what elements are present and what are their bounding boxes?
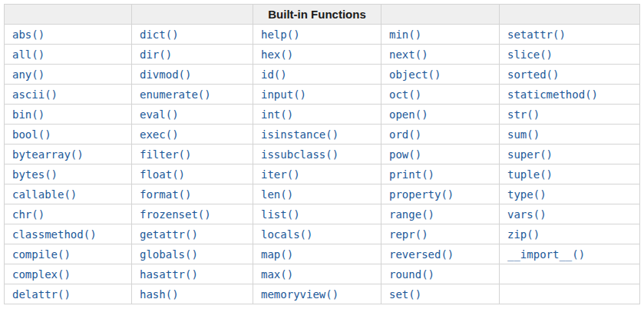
empty-cell — [500, 284, 640, 304]
function-link[interactable]: divmod() — [140, 68, 191, 81]
function-link[interactable]: filter() — [140, 148, 191, 161]
function-link[interactable]: reversed() — [389, 248, 454, 261]
function-link[interactable]: __import__() — [507, 248, 585, 261]
function-cell: hasattr() — [132, 264, 253, 284]
header-cell-empty — [5, 5, 132, 25]
function-cell: getattr() — [132, 224, 253, 244]
function-cell: iter() — [253, 164, 381, 184]
function-link[interactable]: staticmethod() — [507, 88, 598, 101]
function-link[interactable]: memoryview() — [261, 288, 339, 301]
function-cell: max() — [253, 264, 381, 284]
function-cell: str() — [500, 105, 640, 125]
function-link[interactable]: setattr() — [507, 28, 566, 41]
function-cell: format() — [132, 184, 253, 204]
function-cell: set() — [381, 284, 500, 304]
function-link[interactable]: all() — [12, 48, 45, 61]
function-link[interactable]: tuple() — [507, 168, 553, 181]
function-link[interactable]: eval() — [140, 108, 179, 121]
function-link[interactable]: frozenset() — [140, 208, 211, 221]
function-link[interactable]: input() — [261, 88, 306, 101]
function-link[interactable]: int() — [261, 108, 293, 121]
function-link[interactable]: sum() — [507, 128, 540, 141]
function-link[interactable]: ascii() — [12, 88, 58, 101]
function-link[interactable]: print() — [389, 168, 434, 181]
function-link[interactable]: vars() — [507, 208, 547, 221]
function-link[interactable]: super() — [507, 148, 553, 161]
function-link[interactable]: round() — [389, 268, 434, 281]
function-cell: property() — [381, 184, 500, 204]
function-link[interactable]: help() — [261, 28, 300, 41]
function-cell: int() — [253, 105, 381, 125]
function-link[interactable]: globals() — [140, 248, 198, 261]
function-link[interactable]: ord() — [389, 128, 421, 141]
function-link[interactable]: hex() — [261, 48, 293, 61]
table-row: delattr()hash()memoryview()set() — [5, 284, 640, 304]
function-link[interactable]: min() — [389, 28, 421, 41]
function-link[interactable]: sorted() — [507, 68, 559, 81]
function-link[interactable]: property() — [389, 188, 454, 201]
function-link[interactable]: zip() — [507, 228, 540, 241]
function-link[interactable]: max() — [261, 268, 293, 281]
function-cell: bool() — [5, 125, 132, 145]
function-link[interactable]: pow() — [389, 148, 421, 161]
function-link[interactable]: open() — [389, 108, 428, 121]
function-link[interactable]: repr() — [389, 228, 428, 241]
function-link[interactable]: str() — [507, 108, 540, 121]
function-cell: hash() — [132, 284, 253, 304]
function-cell: reversed() — [381, 244, 500, 264]
function-link[interactable]: issubclass() — [261, 148, 339, 161]
function-link[interactable]: getattr() — [140, 228, 198, 241]
function-cell: divmod() — [132, 65, 253, 85]
builtin-functions-table: Built-in Functions abs()dict()help()min(… — [4, 4, 640, 304]
function-cell: complex() — [5, 264, 132, 284]
function-link[interactable]: iter() — [261, 168, 300, 181]
function-link[interactable]: delattr() — [12, 288, 71, 301]
function-link[interactable]: classmethod() — [12, 228, 97, 241]
function-cell: any() — [5, 65, 132, 85]
function-link[interactable]: float() — [140, 168, 185, 181]
function-cell: abs() — [5, 25, 132, 45]
function-link[interactable]: object() — [389, 68, 441, 81]
function-link[interactable]: hash() — [140, 288, 179, 301]
function-link[interactable]: compile() — [12, 248, 71, 261]
function-link[interactable]: dict() — [140, 28, 179, 41]
function-link[interactable]: oct() — [389, 88, 421, 101]
function-link[interactable]: bytes() — [12, 168, 58, 181]
function-link[interactable]: bytearray() — [12, 148, 84, 161]
function-link[interactable]: callable() — [12, 188, 77, 201]
function-link[interactable]: abs() — [12, 28, 45, 41]
function-link[interactable]: hasattr() — [140, 268, 198, 281]
function-cell: slice() — [500, 45, 640, 65]
function-link[interactable]: enumerate() — [140, 88, 211, 101]
function-link[interactable]: map() — [261, 248, 293, 261]
function-cell: compile() — [5, 244, 132, 264]
function-link[interactable]: locals() — [261, 228, 312, 241]
function-link[interactable]: range() — [389, 208, 434, 221]
function-link[interactable]: chr() — [12, 208, 45, 221]
function-link[interactable]: dir() — [140, 48, 172, 61]
function-link[interactable]: isinstance() — [261, 128, 339, 141]
function-cell: pow() — [381, 145, 500, 164]
function-link[interactable]: list() — [261, 208, 300, 221]
function-cell: staticmethod() — [500, 85, 640, 105]
function-link[interactable]: exec() — [140, 128, 179, 141]
function-link[interactable]: type() — [507, 188, 547, 201]
function-cell: classmethod() — [5, 224, 132, 244]
table-row: any()divmod()id()object()sorted() — [5, 65, 640, 85]
table-row: bytearray()filter()issubclass()pow()supe… — [5, 145, 640, 164]
table-header-row: Built-in Functions — [5, 5, 640, 25]
function-link[interactable]: next() — [389, 48, 428, 61]
table-row: compile()globals()map()reversed()__impor… — [5, 244, 640, 264]
function-link[interactable]: id() — [261, 68, 287, 81]
function-link[interactable]: len() — [261, 188, 293, 201]
function-link[interactable]: complex() — [12, 268, 71, 281]
function-link[interactable]: bool() — [12, 128, 51, 141]
function-cell: list() — [253, 204, 381, 224]
function-cell: all() — [5, 45, 132, 65]
function-link[interactable]: slice() — [507, 48, 553, 61]
function-cell: range() — [381, 204, 500, 224]
function-link[interactable]: any() — [12, 68, 45, 81]
function-link[interactable]: format() — [140, 188, 191, 201]
function-link[interactable]: set() — [389, 288, 421, 301]
function-link[interactable]: bin() — [12, 108, 45, 121]
